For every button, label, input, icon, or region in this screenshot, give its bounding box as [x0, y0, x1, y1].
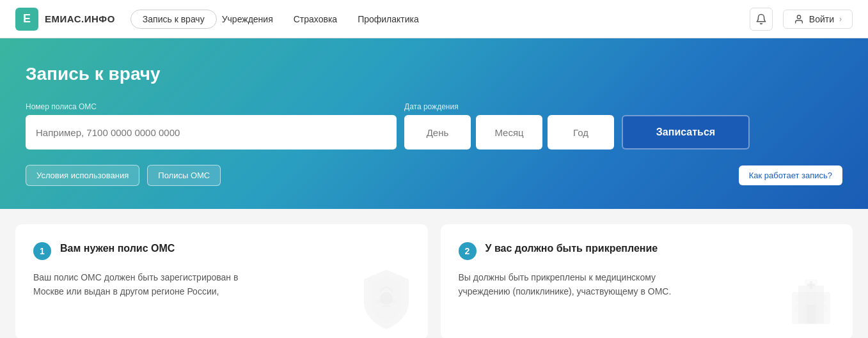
- login-label: Войти: [809, 14, 834, 24]
- card-1-header: 1 Вам нужен полис ОМС: [33, 242, 410, 260]
- submit-button[interactable]: Записаться: [622, 115, 750, 150]
- year-input[interactable]: [548, 115, 614, 150]
- policy-input[interactable]: [26, 115, 397, 150]
- svg-rect-7: [821, 295, 827, 302]
- hero-title: Запись к врачу: [26, 64, 842, 84]
- building-illustration: [782, 273, 840, 333]
- hero-footer: Условия использования Полисы ОМС Как раб…: [26, 165, 842, 186]
- month-input[interactable]: [476, 115, 542, 150]
- hero-section: Запись к врачу Номер полиса ОМС Дата рож…: [0, 38, 868, 209]
- dob-label: Дата рождения: [404, 102, 614, 111]
- dob-field-group: Дата рождения: [404, 102, 614, 150]
- header-right: Войти ›: [750, 8, 853, 31]
- coat-of-arms-illustration: [358, 266, 415, 333]
- info-card-1: 1 Вам нужен полис ОМС Ваш полис ОМС долж…: [15, 224, 428, 338]
- card-2-body: Вы должны быть прикреплены к медицинском…: [459, 270, 676, 299]
- card-2-header: 2 У вас должно быть прикрепление: [459, 242, 835, 260]
- card-1-body: Ваш полис ОМС должен быть зарегистрирова…: [33, 270, 251, 299]
- user-icon: [794, 14, 804, 24]
- hero-footer-left: Условия использования Полисы ОМС: [26, 165, 221, 186]
- card-1-title: Вам нужен полис ОМС: [60, 242, 175, 256]
- step-badge-2: 2: [459, 242, 477, 260]
- logo-icon: E: [15, 8, 38, 31]
- day-input[interactable]: [404, 115, 471, 150]
- date-inputs: [404, 115, 614, 150]
- nav-insurance-link[interactable]: Страховка: [294, 14, 337, 24]
- info-card-2: 2 У вас должно быть прикрепление Вы долж…: [441, 224, 853, 338]
- card-2-title: У вас должно быть прикрепление: [485, 242, 658, 256]
- appointment-form: Номер полиса ОМС Дата рождения Записатьс…: [26, 102, 842, 150]
- nav-prevention-link[interactable]: Профилактика: [358, 14, 419, 24]
- svg-rect-5: [807, 305, 816, 324]
- policy-field-group: Номер полиса ОМС: [26, 102, 397, 150]
- nav-links: Учреждения Страховка Профилактика: [222, 14, 750, 24]
- svg-rect-9: [821, 305, 827, 311]
- logo-text: ЕМИАС.ИНФО: [45, 13, 115, 24]
- chevron-right-icon: ›: [839, 15, 842, 24]
- policy-button[interactable]: Полисы ОМС: [147, 165, 221, 186]
- info-section: 1 Вам нужен полис ОМС Ваш полис ОМС долж…: [0, 209, 868, 338]
- svg-rect-6: [795, 295, 801, 302]
- step-badge-1: 1: [33, 242, 51, 260]
- terms-button[interactable]: Условия использования: [26, 165, 139, 186]
- logo-area: E ЕМИАС.ИНФО: [15, 8, 115, 31]
- nav-institutions-link[interactable]: Учреждения: [222, 14, 273, 24]
- bell-icon: [755, 13, 767, 25]
- svg-point-1: [380, 292, 393, 305]
- svg-rect-11: [807, 284, 815, 286]
- svg-rect-8: [795, 305, 801, 311]
- nav-appointment-button[interactable]: Запись к врачу: [130, 10, 217, 29]
- header: E ЕМИАС.ИНФО Запись к врачу Учреждения С…: [0, 0, 868, 38]
- svg-point-0: [797, 15, 800, 19]
- login-button[interactable]: Войти ›: [783, 10, 853, 29]
- how-it-works-button[interactable]: Как работает запись?: [739, 165, 842, 185]
- policy-label: Номер полиса ОМС: [26, 102, 397, 111]
- notification-bell-button[interactable]: [750, 8, 773, 31]
